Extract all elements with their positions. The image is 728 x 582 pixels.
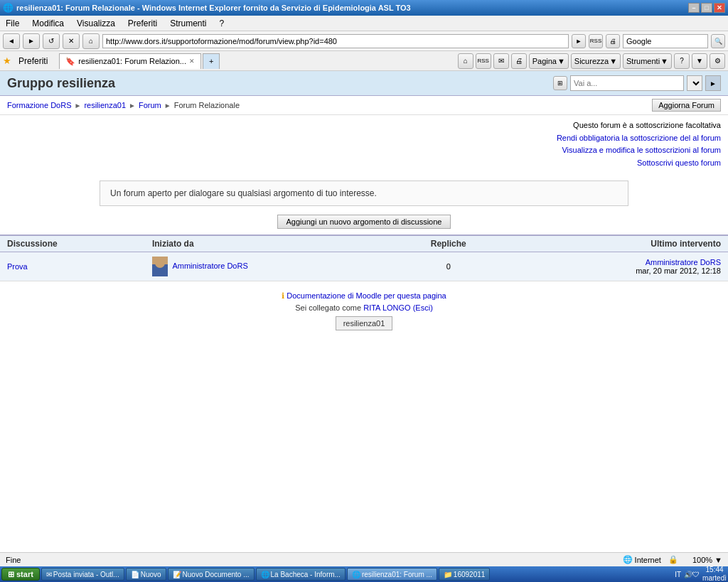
doc-link[interactable]: Documentazione di Moodle per questa pagi… [287,291,446,300]
vai-a-button[interactable]: ► [705,75,721,91]
menu-bar: File Modifica Visualizza Preferiti Strum… [0,16,728,31]
window-title: resilienza01: Forum Relazionale - Window… [16,4,411,12]
feed-toolbar-icon[interactable]: RSS [476,53,491,69]
home-button[interactable]: ⌂ [82,33,100,49]
settings-toolbar-icon[interactable]: ⚙ [710,53,725,69]
sub-link-3[interactable]: Sottoscrivi questo forum [637,158,721,167]
refresh-button[interactable]: ↺ [43,33,60,49]
taskbar-item-3[interactable]: 🌐 La Bacheca - Inform... [256,568,346,581]
print2-toolbar-icon[interactable]: 🖨 [511,53,527,69]
taskbar-item-2[interactable]: 📝 Nuovo Documento ... [168,568,255,581]
start-button[interactable]: ⊞ start [1,568,40,581]
avatar [152,257,168,276]
maximize-button[interactable]: □ [701,3,712,13]
logout-link[interactable]: (Esci) [413,303,433,312]
taskbar-label-1: Nuovo [141,571,161,578]
title-bar: 🌐 resilienza01: Forum Relazionale - Wind… [0,0,728,16]
author-link[interactable]: Amministratore DoRS [172,262,247,270]
cell-replies: 0 [392,252,504,281]
menu-help[interactable]: ? [217,17,228,30]
home-toolbar-icon[interactable]: ⌂ [458,53,473,69]
search-input[interactable] [623,34,708,48]
menu-modifica[interactable]: Modifica [29,17,67,30]
breadcrumb-resilienza[interactable]: resilienza01 [84,101,126,109]
forward-button[interactable]: ► [23,33,40,49]
new-tab-icon: + [209,57,213,65]
forum-description: Un forum aperto per dialogare su qualsia… [100,180,628,206]
more-toolbar-icon[interactable]: ▼ [692,53,707,69]
start-label: start [16,570,33,578]
back-button[interactable]: ◄ [3,33,20,49]
lock-icon-area: 🔒 [668,555,678,564]
title-bar-left: 🌐 resilienza01: Forum Relazionale - Wind… [3,3,411,13]
vai-a-select[interactable] [687,75,702,91]
aggiorna-forum-button[interactable]: Aggiorna Forum [652,99,721,112]
page-title: Gruppo resilienza [7,76,115,91]
avatar-body [153,268,167,276]
print-icon[interactable]: 🖨 [606,34,620,48]
menu-strumenti[interactable]: Strumenti [167,17,209,30]
strumenti-label: Strumenti [626,57,660,65]
close-button[interactable]: ✕ [714,3,725,13]
add-topic-button[interactable]: Aggiungi un nuovo argomento di discussio… [277,215,451,229]
pagina-dropdown-icon: ▼ [557,57,565,65]
new-tab-button[interactable]: + [203,53,220,69]
discussion-link[interactable]: Prova [7,262,28,271]
help-toolbar-icon[interactable]: ? [674,53,690,69]
tab-close-icon[interactable]: ✕ [189,58,195,65]
menu-preferiti[interactable]: Preferiti [125,17,160,30]
breadcrumb: Formazione DoRS ► resilienza01 ► Forum ►… [0,96,728,115]
search-button[interactable]: 🔍 [711,34,725,48]
vai-a-input[interactable] [570,75,684,91]
address-go-button[interactable]: ► [572,34,586,48]
sicurezza-dropdown[interactable]: Sicurezza ▼ [571,53,621,69]
breadcrumb-formazione[interactable]: Formazione DoRS [7,101,71,109]
breadcrumb-arrow-1: ► [74,102,81,109]
sub-link-2[interactable]: Visualizza e modifica le sottoscrizioni … [562,146,721,154]
address-input[interactable] [102,34,569,48]
breadcrumb-forum[interactable]: Forum [139,101,161,109]
internet-icon: 🌐 [623,555,633,564]
clock-time: 15:44 [702,566,727,574]
taskbar: ⊞ start ✉ Posta inviata - Outl... 📄 Nuov… [0,566,728,582]
active-tab[interactable]: 🔖 resilienza01: Forum Relazion... ✕ [59,53,201,69]
page-header: Gruppo resilienza ⊞ ► [0,71,728,96]
minimize-button[interactable]: – [688,3,700,13]
rss-icon[interactable]: RSS [589,34,603,48]
subscription-info: Questo forum è a sottoscrizione facoltat… [0,115,728,173]
taskbar-item-1[interactable]: 📄 Nuovo [126,568,166,581]
col-iniziato: Iniziato da [145,235,392,252]
taskbar-label-3: La Bacheca - Inform... [271,571,341,578]
taskbar-right: IT 🔊🛡 15:44 martedì [675,566,727,582]
sub-link-1[interactable]: Rendi obbligatoria la sottoscrizione del… [557,134,721,142]
zoom-dropdown-icon[interactable]: ▼ [714,556,722,564]
last-reply-date: mar, 20 mar 2012, 12:18 [512,266,722,275]
doc-info-icon: ℹ [282,291,284,300]
strumenti-dropdown-icon: ▼ [660,57,668,65]
taskbar-item-4[interactable]: 🌐 resilienza01: Forum ... [347,568,437,581]
sicurezza-label: Sicurezza [574,57,609,65]
cell-last-reply: Amministratore DoRS mar, 20 mar 2012, 12… [505,252,729,281]
col-discussione: Discussione [0,235,145,252]
taskbar-item-0[interactable]: ✉ Posta inviata - Outl... [41,568,124,581]
zoom-area: 100% ▼ [692,556,722,564]
taskbar-item-5[interactable]: 📁 16092011 [439,568,491,581]
menu-file[interactable]: File [3,17,22,30]
page-nav-icon[interactable]: ⊞ [553,76,567,90]
pagina-dropdown[interactable]: Pagina ▼ [529,53,569,69]
stop-button[interactable]: ✕ [63,33,80,49]
resilienza-badge-area: resilienza01 [0,312,728,330]
strumenti-dropdown[interactable]: Strumenti ▼ [623,53,672,69]
right-toolbar: ⌂ RSS ✉ 🖨 Pagina ▼ Sicurezza ▼ Strumenti… [458,53,725,69]
taskbar-icon-2: 📝 [173,571,181,578]
cell-author: Amministratore DoRS [145,252,392,281]
favorites-label[interactable]: Preferiti [16,55,50,68]
menu-visualizza[interactable]: Visualizza [74,17,118,30]
last-reply-author-link[interactable]: Amministratore DoRS [646,258,721,266]
print-toolbar-icon[interactable]: ✉ [493,53,509,69]
vai-a-area: ⊞ ► [553,75,721,91]
resilienza-badge: resilienza01 [336,316,393,330]
user-link[interactable]: RITA LONGO [363,303,410,312]
taskbar-icon-1: 📄 [131,571,139,578]
table-row: Prova Amministratore DoRS 0 Amministrato… [0,252,728,281]
